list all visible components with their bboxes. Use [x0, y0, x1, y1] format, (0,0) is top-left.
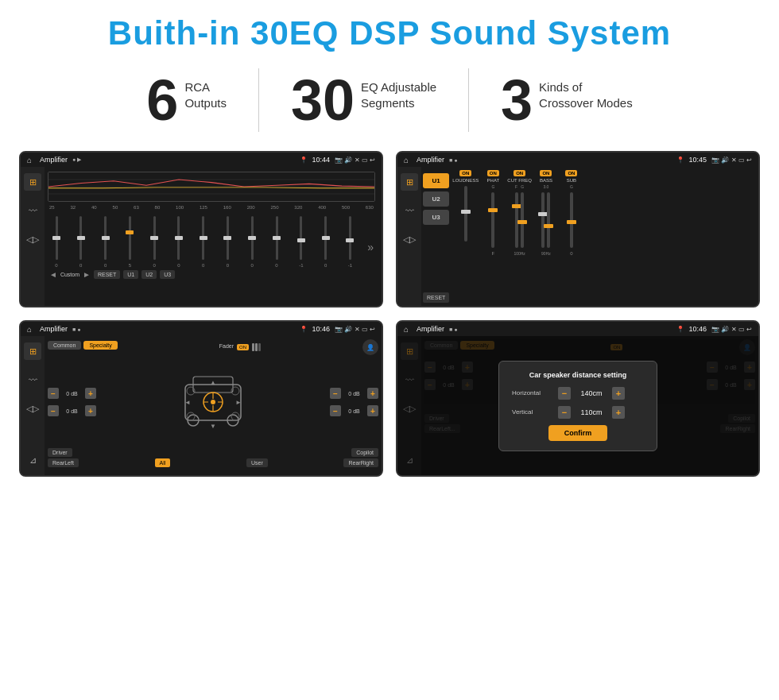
- crossover-status-icons: 📷 🔊 ✕ ▭ ↩: [711, 157, 752, 164]
- fader-home-icon: ⌂: [27, 325, 32, 334]
- eq-slider-11[interactable]: -1: [294, 216, 308, 268]
- eq-slider-1[interactable]: 0: [49, 216, 64, 268]
- eq-freq-labels: 253240506380100125160200250320400500630: [48, 205, 375, 210]
- sub-slider[interactable]: [570, 192, 573, 248]
- copilot-btn[interactable]: Copilot: [351, 448, 378, 457]
- fader-person-icon: 👤: [362, 339, 378, 355]
- all-btn[interactable]: All: [155, 458, 171, 467]
- fader-bottom-buttons: Driver Copilot: [48, 448, 378, 457]
- eq-u1-btn[interactable]: U1: [123, 270, 138, 279]
- dialog-title: Car speaker distance setting: [512, 371, 644, 379]
- distance-pin-icon: 📍: [676, 326, 684, 333]
- eq-filter-icon[interactable]: ⊞: [24, 173, 41, 191]
- rear-left-db-row: − 0 dB +: [48, 405, 96, 416]
- rear-right-btn[interactable]: RearRight: [343, 458, 378, 467]
- fader-wave-icon[interactable]: 〰: [24, 371, 41, 389]
- cutfreq-slider-2[interactable]: [521, 192, 524, 248]
- front-right-plus[interactable]: +: [367, 388, 378, 399]
- bass-val-top: 3.0: [543, 184, 548, 189]
- bass-slider-2[interactable]: [547, 192, 550, 248]
- home-icon: ⌂: [27, 156, 32, 164]
- vertical-value: 110cm: [576, 408, 607, 416]
- fader-level-bars: [252, 343, 261, 351]
- bass-slider-1[interactable]: [541, 192, 545, 248]
- vertical-label: Vertical: [512, 408, 553, 416]
- bass-label: BASS: [540, 178, 552, 183]
- front-right-minus[interactable]: −: [330, 388, 341, 399]
- eq-slider-13[interactable]: -1: [343, 216, 357, 268]
- fader-vol-icon[interactable]: ⊿: [24, 451, 41, 469]
- crossover-screen-title: Amplifier: [417, 156, 444, 164]
- svg-text:▼: ▼: [210, 423, 216, 430]
- eq-bottom-controls: ◄ Custom ► RESET U1 U2 U3: [48, 268, 375, 279]
- left-db-controls: − 0 dB + − 0 dB +: [48, 388, 96, 416]
- eq-wave-icon[interactable]: 〰: [24, 202, 41, 219]
- fader-screen: ⌂ Amplifier ■ ● 📍 10:46 📷 🔊 ✕ ▭ ↩ ⊞ 〰 ◁▷…: [19, 320, 383, 477]
- crossover-filter-icon[interactable]: ⊞: [401, 173, 418, 191]
- eq-prev-arrow[interactable]: ◄: [49, 270, 57, 279]
- eq-slider-6[interactable]: 0: [172, 216, 186, 268]
- crossover-status-bar: ⌂ Amplifier ■ ● 📍 10:45 📷 🔊 ✕ ▭ ↩: [397, 153, 758, 167]
- u1-button[interactable]: U1: [423, 173, 449, 188]
- fader-on-badge: ON: [237, 344, 249, 350]
- eq-slider-5[interactable]: 0: [147, 216, 161, 268]
- horizontal-label: Horizontal: [512, 389, 553, 396]
- fader-filter-icon[interactable]: ⊞: [24, 342, 41, 360]
- svg-text:◄: ◄: [184, 399, 191, 406]
- car-diagram-svg: ▲ ▼ ◄ ►: [173, 369, 253, 436]
- eq-slider-10[interactable]: 0: [269, 216, 284, 268]
- phat-slider[interactable]: [491, 192, 494, 248]
- user-btn[interactable]: User: [246, 458, 268, 467]
- distance-dialog-overlay: Car speaker distance setting Horizontal …: [397, 336, 758, 475]
- sub-col: ON SUB G 0: [560, 170, 583, 303]
- crossover-reset-btn[interactable]: RESET: [423, 292, 449, 303]
- eq-next-arrow[interactable]: ►: [83, 270, 91, 279]
- vertical-minus-btn[interactable]: −: [558, 406, 571, 419]
- eq-slider-12[interactable]: 0: [319, 216, 333, 268]
- eq-slider-3[interactable]: 0: [99, 216, 113, 268]
- eq-screen-title: Amplifier: [40, 156, 68, 164]
- eq-sidebar: ⊞ 〰 ◁▷: [21, 167, 45, 306]
- eq-slider-4[interactable]: 5: [122, 216, 137, 268]
- rear-left-minus[interactable]: −: [48, 405, 59, 416]
- stat-number-3: 3: [501, 72, 533, 129]
- vertical-plus-btn[interactable]: +: [612, 406, 625, 419]
- crossover-home-icon: ⌂: [404, 156, 409, 164]
- stat-number-30: 30: [291, 72, 355, 129]
- eq-slider-9[interactable]: 0: [245, 216, 259, 268]
- eq-slider-7[interactable]: 0: [196, 216, 211, 268]
- front-left-minus[interactable]: −: [48, 388, 59, 399]
- u3-button[interactable]: U3: [423, 210, 449, 225]
- crossover-speaker-icon[interactable]: ◁▷: [401, 230, 418, 248]
- fader-status-icons: 📷 🔊 ✕ ▭ ↩: [335, 326, 375, 333]
- eq-main-content: 253240506380100125160200250320400500630 …: [45, 167, 382, 306]
- eq-speaker-icon[interactable]: ◁▷: [24, 230, 41, 248]
- rear-right-plus[interactable]: +: [367, 405, 378, 416]
- confirm-button[interactable]: Confirm: [548, 425, 608, 441]
- rear-right-minus[interactable]: −: [330, 405, 341, 416]
- eq-reset-btn[interactable]: RESET: [94, 270, 120, 279]
- fader-speaker-icon[interactable]: ◁▷: [24, 400, 41, 417]
- eq-slider-2[interactable]: 0: [74, 216, 88, 268]
- fader-common-tab[interactable]: Common: [48, 341, 81, 350]
- rear-left-db-val: 0 dB: [62, 408, 82, 414]
- fader-dots: ■ ●: [72, 327, 80, 332]
- eq-slider-8[interactable]: 0: [220, 216, 234, 268]
- rear-left-plus[interactable]: +: [85, 405, 96, 416]
- horizontal-minus-btn[interactable]: −: [558, 387, 571, 400]
- horizontal-plus-btn[interactable]: +: [612, 387, 625, 400]
- eq-u2-btn[interactable]: U2: [141, 270, 157, 279]
- crossover-wave-icon[interactable]: 〰: [401, 202, 418, 219]
- driver-btn[interactable]: Driver: [48, 448, 72, 457]
- eq-u3-btn[interactable]: U3: [160, 270, 175, 279]
- horizontal-row: Horizontal − 140cm +: [512, 387, 644, 400]
- fader-label: Fader: [219, 343, 234, 349]
- loudness-slider[interactable]: [464, 186, 467, 242]
- front-left-plus[interactable]: +: [85, 388, 96, 399]
- rear-left-btn[interactable]: RearLeft: [48, 458, 79, 467]
- fader-specialty-tab[interactable]: Specialty: [83, 341, 117, 350]
- svg-point-9: [211, 400, 215, 404]
- u2-button[interactable]: U2: [423, 191, 449, 207]
- crossover-time: 10:45: [689, 156, 707, 164]
- rear-right-db-row: − 0 dB +: [330, 405, 378, 416]
